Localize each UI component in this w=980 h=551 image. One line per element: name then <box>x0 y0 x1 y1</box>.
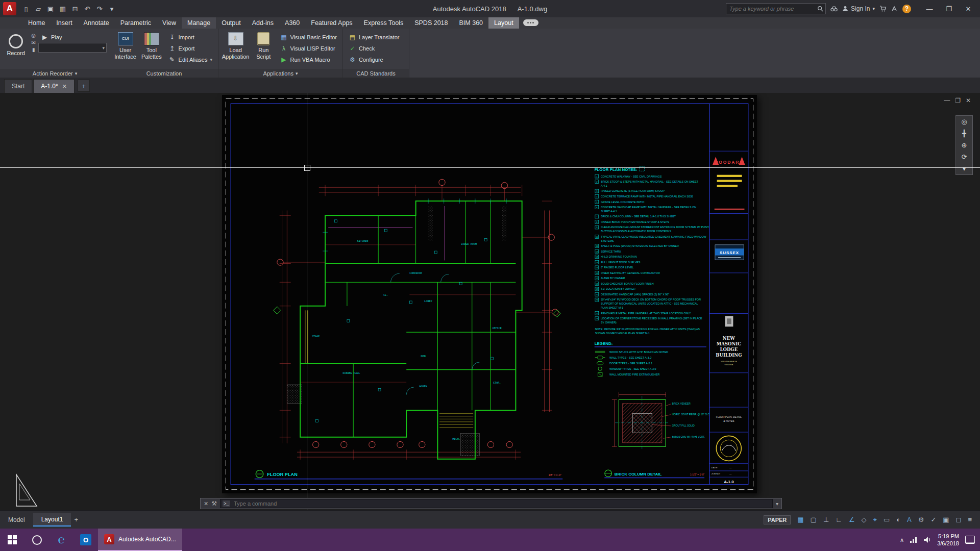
viewport-restore-icon[interactable]: ❐ <box>955 97 961 104</box>
close-button[interactable]: ✕ <box>959 0 978 17</box>
network-icon[interactable] <box>910 537 918 543</box>
command-tools-icon[interactable]: ⚒ <box>211 500 217 507</box>
command-line-bar[interactable]: ✕ ⚒ >_ ▾ <box>200 498 782 509</box>
run-script-button[interactable]: Run Script <box>252 31 275 69</box>
edge-taskbar-button[interactable]: ℮ <box>49 529 74 551</box>
load-application-button[interactable]: ⇩ Load Application <box>222 31 250 69</box>
panel-label-cad-standards[interactable]: CAD Standards <box>343 69 409 78</box>
autocad-taskbar-button[interactable]: A Autodesk AutoCAD... <box>98 529 182 551</box>
minimize-button[interactable]: — <box>920 0 939 17</box>
search-icon[interactable] <box>817 6 823 12</box>
binoculars-search-icon[interactable] <box>830 6 838 12</box>
ribbon-tab-parametric[interactable]: Parametric <box>115 17 157 29</box>
ribbon-tab-output[interactable]: Output <box>216 17 247 29</box>
taskbar-clock[interactable]: 5:19 PM 3/6/2018 <box>937 533 959 547</box>
configure-button[interactable]: ⚙ Configure <box>346 54 402 65</box>
file-tab-a-1-0-[interactable]: A-1.0*✕ <box>33 79 75 93</box>
qnew-icon[interactable]: ▯ <box>20 3 32 14</box>
snap-mode-icon[interactable]: ▢ <box>811 516 817 523</box>
insert-basepoint-icon[interactable]: ◎ <box>31 33 36 38</box>
clean-screen-icon[interactable]: ◻ <box>956 516 962 523</box>
action-center-icon[interactable] <box>965 536 975 544</box>
run-vba-macro-button[interactable]: ▶ Run VBA Macro <box>277 54 339 65</box>
save-icon[interactable]: ▣ <box>45 3 56 14</box>
ribbon-tab-a360[interactable]: A360 <box>279 17 305 29</box>
visual-basic-editor-button[interactable]: ▦ Visual Basic Editor <box>277 32 339 42</box>
record-button[interactable]: Record <box>3 31 29 69</box>
new-drawing-tab-button[interactable]: + <box>78 80 90 92</box>
open-icon[interactable]: ▱ <box>33 3 44 14</box>
navigation-wheel-icon[interactable]: ◎ <box>961 118 967 126</box>
panel-label-applications[interactable]: Applications▾ <box>218 69 342 78</box>
export-button[interactable]: ↥ Export <box>166 43 215 54</box>
customization-icon[interactable]: ≡ <box>968 516 972 523</box>
workspace-switching-icon[interactable]: ⚙ <box>918 516 924 523</box>
insert-message-icon[interactable]: ✉ <box>31 40 36 45</box>
volume-icon[interactable] <box>924 537 931 543</box>
redo-icon[interactable]: ↷ <box>94 3 105 14</box>
zoom-icon[interactable]: ⊕ <box>962 141 967 149</box>
ribbon-tab-view[interactable]: View <box>157 17 182 29</box>
search-input[interactable] <box>728 5 817 12</box>
orbit-icon[interactable]: ⟳ <box>962 153 967 161</box>
transparency-icon[interactable]: ◐ <box>896 516 900 523</box>
check-button[interactable]: ✓ Check <box>346 43 402 54</box>
ribbon-tab-add-ins[interactable]: Add-ins <box>247 17 279 29</box>
new-layout-button[interactable]: + <box>71 515 81 525</box>
panel-label-action-recorder[interactable]: Action Recorder▾ <box>0 69 110 78</box>
quick-properties-icon[interactable]: ▣ <box>943 516 949 523</box>
command-history-icon[interactable]: ▾ <box>776 501 778 507</box>
grid-display-icon[interactable]: ▦ <box>797 516 803 523</box>
ortho-mode-icon[interactable]: ∟ <box>836 516 842 523</box>
navbar-more-icon[interactable]: ▾ <box>963 165 966 172</box>
outlook-taskbar-button[interactable]: O <box>74 529 98 551</box>
ribbon-tab-bim-360[interactable]: BIM 360 <box>454 17 489 29</box>
import-button[interactable]: ↧ Import <box>166 32 215 42</box>
command-close-icon[interactable]: ✕ <box>204 500 208 507</box>
maximize-button[interactable]: ❐ <box>939 0 959 17</box>
object-snap-tracking-icon[interactable]: ⌖ <box>873 516 877 524</box>
tab-model[interactable]: Model <box>0 513 33 527</box>
play-button[interactable]: ▶ Play <box>38 32 107 42</box>
user-interface-button[interactable]: CUI User Interface <box>113 31 137 69</box>
ribbon-tab-express-tools[interactable]: Express Tools <box>358 17 409 29</box>
help-search-field[interactable] <box>726 3 826 14</box>
viewport-close-icon[interactable]: ✕ <box>966 97 971 104</box>
polar-tracking-icon[interactable]: ∠ <box>849 516 855 523</box>
tab-layout1[interactable]: Layout1 <box>33 513 71 527</box>
tool-palettes-button[interactable]: Tool Palettes <box>140 31 163 69</box>
layout-paper[interactable]: WOODARD SUSSEX NEW MASONIC LODGE BUILDIN… <box>222 95 757 493</box>
annotation-monitor-icon[interactable]: ✓ <box>930 516 936 523</box>
exchange-apps-cart-icon[interactable] <box>879 6 887 12</box>
autocad-logo-icon[interactable]: A <box>3 2 16 15</box>
drawing-canvas[interactable]: WOODARD SUSSEX NEW MASONIC LODGE BUILDIN… <box>0 93 980 510</box>
isometric-drafting-icon[interactable]: ◇ <box>862 516 867 523</box>
pause-icon[interactable]: ▮ <box>31 47 36 53</box>
action-macro-combobox[interactable]: ▾ <box>38 43 107 53</box>
ribbon-tab-insert[interactable]: Insert <box>51 17 78 29</box>
help-icon[interactable]: ? <box>902 5 911 13</box>
visual-lisp-editor-button[interactable]: λ Visual LISP Editor <box>277 43 339 54</box>
file-tab-close-icon[interactable]: ✕ <box>62 83 67 90</box>
file-tab-start[interactable]: Start <box>4 79 32 93</box>
ribbon-tab-home[interactable]: Home <box>22 17 51 29</box>
share-icon[interactable] <box>891 6 898 12</box>
pan-icon[interactable]: ╋ <box>962 130 966 137</box>
cortana-button[interactable] <box>24 529 49 551</box>
ribbon-tab-manage[interactable]: Manage <box>182 17 216 29</box>
ribbon-tab-spds-2018[interactable]: SPDS 2018 <box>409 17 453 29</box>
navigation-bar[interactable]: ◎╋⊕⟳▾ <box>955 115 973 175</box>
infer-constraints-icon[interactable]: ⊥ <box>823 516 829 523</box>
annotation-visibility-icon[interactable]: A <box>907 516 912 523</box>
ribbon-tab-layout[interactable]: Layout <box>488 17 519 29</box>
command-input[interactable] <box>233 500 770 507</box>
dynamic-input-icon[interactable]: ▭ <box>884 516 890 523</box>
qat-menu-icon[interactable]: ▾ <box>106 3 117 14</box>
paper-space-toggle[interactable]: PAPER <box>764 515 791 524</box>
edit-aliases-button[interactable]: ✎ Edit Aliases ▾ <box>166 54 215 65</box>
undo-icon[interactable]: ↶ <box>82 3 93 14</box>
sign-in-menu[interactable]: Sign In ▾ <box>842 5 875 12</box>
start-button[interactable] <box>0 529 24 551</box>
layer-translator-button[interactable]: ▤ Layer Translator <box>346 32 402 42</box>
viewport-minimize-icon[interactable]: — <box>944 97 950 104</box>
